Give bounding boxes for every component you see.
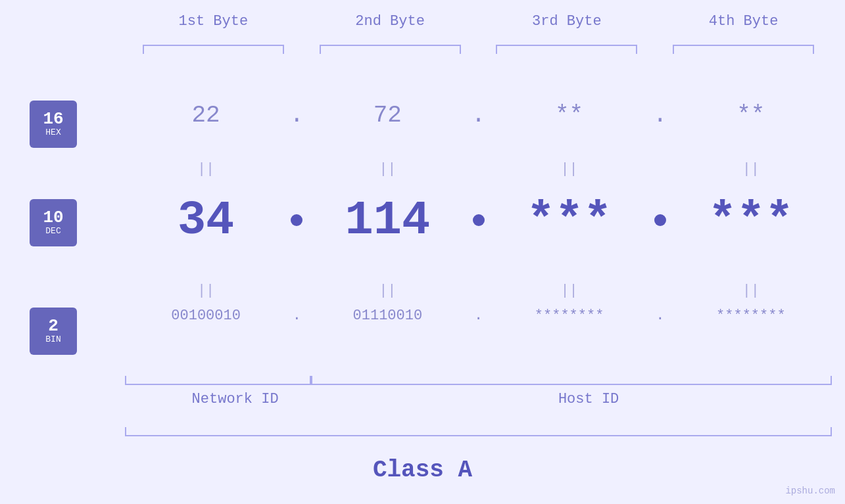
- hex-dot-3: .: [650, 102, 670, 129]
- bracket-4: [655, 45, 832, 54]
- dec-badge: 10 DEC: [30, 199, 77, 246]
- bracket-1: [125, 45, 302, 54]
- bin-dot-3: .: [650, 308, 670, 324]
- hex-b4-value: **: [736, 102, 765, 129]
- network-id-label: Network ID: [125, 391, 345, 407]
- eq-2-1: ||: [125, 283, 287, 299]
- main-container: 1st Byte 2nd Byte 3rd Byte 4th Byte 16 H…: [0, 0, 845, 504]
- hex-badge-label: HEX: [45, 127, 60, 139]
- eq-1-1: ||: [125, 161, 287, 177]
- bin-badge-label: BIN: [45, 334, 60, 346]
- bin-row: 00100010 . 01110010 . ******** . *******…: [125, 308, 832, 324]
- hex-row: 22 . 72 . ** . **: [125, 102, 832, 129]
- column-headers: 1st Byte 2nd Byte 3rd Byte 4th Byte: [125, 13, 832, 30]
- eq-1-2: ||: [306, 161, 468, 177]
- hex-badge-num: 16: [43, 110, 63, 127]
- dec-dot-filled-1: [291, 214, 302, 226]
- dec-dot-3: [650, 211, 670, 231]
- dec-b4-value: ***: [708, 194, 794, 248]
- hex-dot-1: .: [287, 102, 306, 129]
- eq-1-4: ||: [670, 161, 832, 177]
- bin-b1-value: 00100010: [171, 308, 241, 324]
- dec-b1-value: 34: [178, 194, 234, 248]
- hex-b2-value: 72: [374, 102, 402, 129]
- col-header-1: 1st Byte: [125, 13, 302, 30]
- dec-badge-label: DEC: [45, 226, 60, 237]
- col-header-2: 2nd Byte: [302, 13, 479, 30]
- dec-badge-num: 10: [43, 209, 63, 226]
- network-id-bracket: [125, 376, 311, 385]
- eq-2-2: ||: [306, 283, 468, 299]
- bracket-line-3: [496, 45, 637, 54]
- equals-row-2: || || || ||: [125, 283, 832, 299]
- eq-2-3: ||: [489, 283, 650, 299]
- hex-dot-2: .: [469, 102, 489, 129]
- bracket-line-4: [673, 45, 814, 54]
- dec-dot-1: [287, 211, 306, 231]
- bin-badge: 2 BIN: [30, 308, 77, 355]
- dec-b3-value: ***: [527, 194, 612, 248]
- hex-b3-cell: **: [489, 102, 650, 129]
- hex-b2-cell: 72: [306, 102, 468, 129]
- bin-dot-2: .: [469, 308, 489, 324]
- dec-b4-cell: ***: [670, 194, 832, 248]
- bin-badge-num: 2: [48, 317, 59, 334]
- bin-b4-cell: ********: [670, 308, 832, 324]
- hex-b4-cell: **: [670, 102, 832, 129]
- eq-2-4: ||: [670, 283, 832, 299]
- dec-dot-filled-3: [654, 214, 666, 226]
- hex-b1-value: 22: [192, 102, 220, 129]
- bin-dot-1: .: [287, 308, 306, 324]
- bin-b3-cell: ********: [489, 308, 650, 324]
- dec-b1-cell: 34: [125, 194, 287, 248]
- class-label: Class A: [0, 457, 845, 484]
- watermark: ipshu.com: [785, 486, 835, 496]
- dec-dot-2: [469, 211, 489, 231]
- hex-badge: 16 HEX: [30, 101, 77, 148]
- dec-b2-value: 114: [345, 194, 431, 248]
- equals-row-1: || || || ||: [125, 161, 832, 177]
- bin-b2-value: 01110010: [353, 308, 423, 324]
- bracket-line-1: [143, 45, 284, 54]
- bracket-line-2: [320, 45, 461, 54]
- bin-b2-cell: 01110010: [306, 308, 468, 324]
- top-bracket-row: [125, 45, 832, 54]
- host-id-label: Host ID: [345, 391, 832, 407]
- host-id-bracket: [311, 376, 832, 385]
- dec-row: 34 114 *** ***: [125, 194, 832, 248]
- bin-b4-value: ********: [716, 308, 786, 324]
- class-bracket: [125, 427, 832, 436]
- bracket-3: [479, 45, 656, 54]
- hex-b3-value: **: [555, 102, 583, 129]
- hex-b1-cell: 22: [125, 102, 287, 129]
- bin-b1-cell: 00100010: [125, 308, 287, 324]
- dec-b3-cell: ***: [489, 194, 650, 248]
- col-header-3: 3rd Byte: [479, 13, 656, 30]
- col-header-4: 4th Byte: [655, 13, 832, 30]
- bracket-2: [302, 45, 479, 54]
- dec-b2-cell: 114: [306, 194, 468, 248]
- eq-1-3: ||: [489, 161, 650, 177]
- bin-b3-value: ********: [535, 308, 604, 324]
- dec-dot-filled-2: [473, 214, 485, 226]
